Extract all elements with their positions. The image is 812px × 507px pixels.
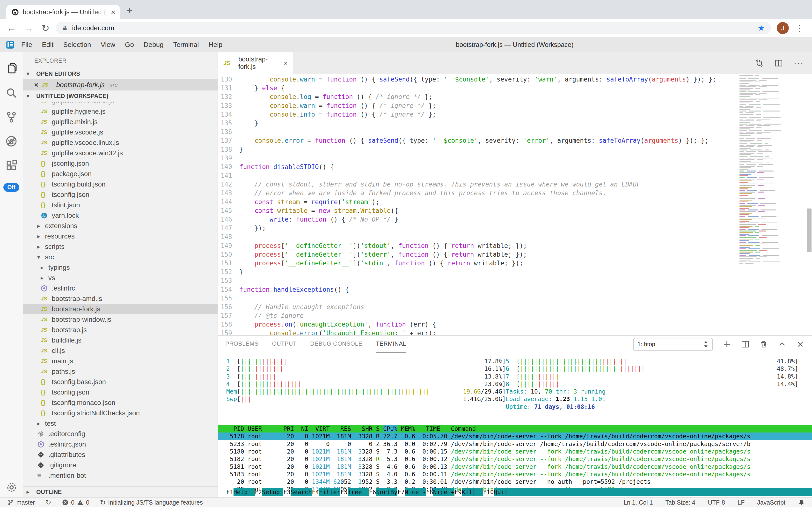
tree-item-extensions[interactable]: ▸extensions — [23, 221, 217, 231]
tree-item-.mention-bot[interactable]: ≡.mention-bot — [23, 470, 217, 481]
extensions-icon[interactable] — [0, 153, 23, 177]
outline-header[interactable]: ▸ OUTLINE — [23, 486, 217, 497]
tree-item-paths.js[interactable]: JSpaths.js — [23, 366, 217, 377]
maximize-panel-icon[interactable] — [778, 340, 787, 349]
process-row-20[interactable]: 20 root 20 0 1344M 62052 1952 S 3.3 0.2 … — [218, 478, 812, 486]
branch-indicator[interactable]: master — [7, 499, 35, 506]
tab-close-icon[interactable]: × — [283, 59, 288, 67]
tree-item-cli.js[interactable]: JScli.js — [23, 345, 217, 356]
close-panel-icon[interactable] — [796, 340, 805, 349]
tree-item-scripts[interactable]: ▸scripts — [23, 241, 217, 252]
tree-item-tslint.json[interactable]: {}tslint.json — [23, 200, 217, 210]
language-mode[interactable]: JavaScript — [757, 499, 786, 506]
process-row-5183[interactable]: 5183 root 20 0 1021M 181M 3328 S 4.0 0.6… — [218, 470, 812, 478]
menu-file[interactable]: File — [21, 41, 32, 49]
process-row-5178[interactable]: 5178 root 20 0 1021M 181M 3328 R 72.7 0.… — [218, 433, 812, 440]
split-terminal-icon[interactable] — [741, 340, 750, 349]
tree-item-.eslintrc.json[interactable]: .eslintrc.json — [23, 439, 217, 449]
menu-edit[interactable]: Edit — [42, 41, 53, 49]
menu-go[interactable]: Go — [125, 41, 134, 49]
tree-item-bootstrap-window.js[interactable]: JSbootstrap-window.js — [23, 314, 217, 325]
minimap[interactable] — [738, 75, 795, 269]
eol[interactable]: LF — [738, 499, 745, 506]
tree-item-buildfile.js[interactable]: JSbuildfile.js — [23, 335, 217, 345]
source-control-icon[interactable] — [0, 105, 23, 129]
sync-editors-icon[interactable] — [755, 59, 764, 67]
browser-menu-icon[interactable]: ⋮ — [792, 23, 807, 33]
tree-item-gulpfile.hygiene.js[interactable]: JSgulpfile.hygiene.js — [23, 106, 217, 117]
tree-item-bootstrap-amd.js[interactable]: JSbootstrap-amd.js — [23, 293, 217, 304]
browser-tab[interactable]: bootstrap-fork.js — Untitled (W × — [6, 5, 120, 19]
back-button[interactable]: ← — [5, 23, 18, 34]
split-editor-icon[interactable] — [774, 59, 783, 67]
tree-item-package.json[interactable]: {}package.json — [23, 169, 217, 179]
address-bar[interactable]: ide.coder.com ★ — [56, 22, 771, 34]
tree-item-tsconfig.json[interactable]: {}tsconfig.json — [23, 387, 217, 397]
kill-terminal-icon[interactable] — [759, 340, 768, 349]
tree-item-src[interactable]: ▾src — [23, 252, 217, 262]
editor-tab[interactable]: JS bootstrap-fork.js × — [218, 52, 293, 74]
encoding[interactable]: UTF-8 — [708, 499, 725, 506]
terminal-select[interactable]: 1: htop — [633, 338, 713, 350]
explorer-icon[interactable] — [0, 57, 23, 81]
workspace-header[interactable]: ▾ UNTITLED (WORKSPACE) — [23, 91, 217, 102]
notifications-bell-icon[interactable] — [798, 499, 805, 506]
more-actions-icon[interactable]: ··· — [794, 58, 804, 68]
tree-item-jsconfig.json[interactable]: {}jsconfig.json — [23, 158, 217, 169]
panel-tab-output[interactable]: OUTPUT — [272, 336, 297, 353]
tree-item-gulpfile.vscode.js[interactable]: JSgulpfile.vscode.js — [23, 127, 217, 137]
menu-help[interactable]: Help — [208, 41, 223, 49]
panel-tab-terminal[interactable]: TERMINAL — [376, 336, 406, 353]
terminal[interactable]: 1 [|||||||||||||17.8%]2 [||||||||||||16.… — [218, 353, 812, 497]
tree-item-tsconfig.base.json[interactable]: {}tsconfig.base.json — [23, 377, 217, 387]
tree-item-.eslintrc[interactable]: .eslintrc — [23, 283, 217, 293]
menu-view[interactable]: View — [101, 41, 115, 49]
tree-item-.gitignore[interactable]: .gitignore — [23, 460, 217, 470]
new-tab-button[interactable]: + — [126, 5, 133, 16]
tree-item-resources[interactable]: ▸resources — [23, 231, 217, 241]
new-terminal-icon[interactable] — [723, 340, 731, 349]
tree-item-typings[interactable]: ▸typings — [23, 262, 217, 273]
tree-item-gulpfile.vscode.win32.js[interactable]: JSgulpfile.vscode.win32.js — [23, 148, 217, 158]
forward-button[interactable]: → — [22, 23, 35, 34]
status-badge[interactable]: Off — [3, 183, 19, 192]
tab-close-icon[interactable]: × — [111, 8, 116, 16]
code-editor[interactable]: 130 console.warn = function () { safeSen… — [218, 74, 812, 335]
tree-item-tsconfig.monaco.json[interactable]: {}tsconfig.monaco.json — [23, 397, 217, 408]
panel-tab-problems[interactable]: PROBLEMS — [225, 336, 258, 353]
tree-item-bootstrap.js[interactable]: JSbootstrap.js — [23, 325, 217, 335]
tree-item-.gitattributes[interactable]: .gitattributes — [23, 449, 217, 460]
process-row-5182[interactable]: 5182 root 20 0 1021M 181M 3328 R 5.3 0.6… — [218, 455, 812, 463]
debug-icon[interactable] — [0, 129, 23, 153]
process-row-5180[interactable]: 5180 root 20 0 1021M 181M 3328 S 7.3 0.6… — [218, 448, 812, 455]
open-editors-header[interactable]: ▾ OPEN EDITORS — [23, 68, 217, 79]
open-editor-item[interactable]: × JS bootstrap-fork.js src — [23, 79, 217, 91]
sync-indicator[interactable]: ↻ — [46, 499, 51, 507]
tree-item-gulpfile.mixin.js[interactable]: JSgulpfile.mixin.js — [23, 117, 217, 127]
menu-terminal[interactable]: Terminal — [173, 41, 199, 49]
menu-debug[interactable]: Debug — [143, 41, 164, 49]
problems-indicator[interactable]: 0 0 — [62, 499, 89, 506]
tree-item-.editorconfig[interactable]: .editorconfig — [23, 429, 217, 439]
menu-selection[interactable]: Selection — [63, 41, 91, 49]
tab-size[interactable]: Tab Size: 4 — [666, 499, 695, 506]
close-icon[interactable]: × — [34, 81, 39, 89]
tree-item-test[interactable]: ▸test — [23, 418, 217, 429]
tree-item-vs[interactable]: ▸vs — [23, 273, 217, 283]
tree-item-tsconfig.build.json[interactable]: {}tsconfig.build.json — [23, 179, 217, 189]
process-row-5233[interactable]: 5233 root 20 0 0 0 0 Z 36.3 0.0 0:02.79 … — [218, 440, 812, 448]
tree-item-gulpfile.extensions.js[interactable]: JSgulpfile.extensions.js — [23, 102, 217, 106]
tree-item-main.js[interactable]: JSmain.js — [23, 356, 217, 366]
tree-item-bootstrap-fork.js[interactable]: JSbootstrap-fork.js — [23, 304, 217, 314]
tree-item-gulpfile.vscode.linux.js[interactable]: JSgulpfile.vscode.linux.js — [23, 137, 217, 148]
tree-item-tsconfig.strictNullChecks.json[interactable]: {}tsconfig.strictNullChecks.json — [23, 408, 217, 418]
cursor-position[interactable]: Ln 1, Col 1 — [624, 499, 653, 506]
panel-tab-debug-console[interactable]: DEBUG CONSOLE — [310, 336, 362, 353]
scrollbar-thumb[interactable] — [807, 209, 812, 252]
bookmark-star-icon[interactable]: ★ — [758, 23, 765, 33]
reload-button[interactable]: ↻ — [39, 22, 52, 34]
settings-gear-icon[interactable] — [0, 482, 23, 494]
process-row-5181[interactable]: 5181 root 20 0 1021M 181M 3328 S 4.6 0.6… — [218, 463, 812, 470]
search-icon[interactable] — [0, 81, 23, 105]
tree-item-tsconfig.json[interactable]: {}tsconfig.json — [23, 189, 217, 200]
